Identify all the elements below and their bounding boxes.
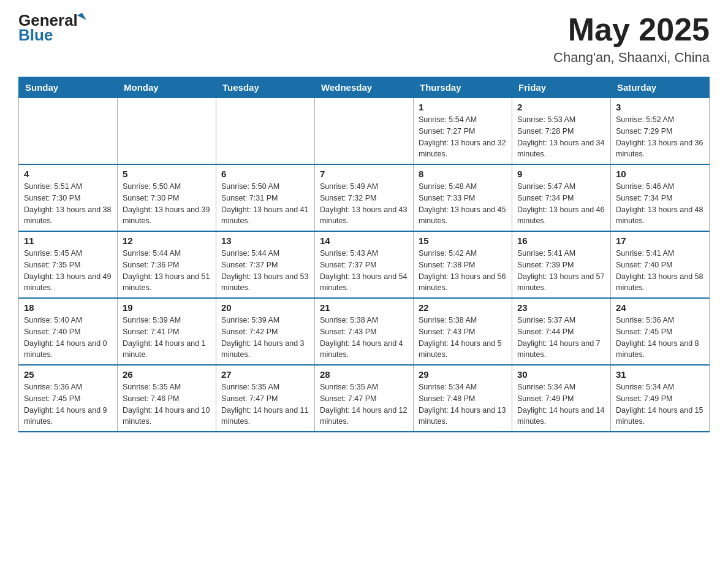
calendar-cell: 13Sunrise: 5:44 AMSunset: 7:37 PMDayligh… (216, 231, 315, 298)
calendar-cell: 22Sunrise: 5:38 AMSunset: 7:43 PMDayligh… (414, 298, 512, 365)
calendar-cell: 18Sunrise: 5:40 AMSunset: 7:40 PMDayligh… (19, 298, 118, 365)
day-info: Sunrise: 5:50 AMSunset: 7:31 PMDaylight:… (221, 181, 309, 227)
calendar-week-row: 18Sunrise: 5:40 AMSunset: 7:40 PMDayligh… (19, 298, 710, 365)
day-number: 24 (616, 302, 704, 313)
calendar-cell: 23Sunrise: 5:37 AMSunset: 7:44 PMDayligh… (512, 298, 611, 365)
day-info: Sunrise: 5:34 AMSunset: 7:49 PMDaylight:… (616, 381, 704, 427)
calendar-cell: 8Sunrise: 5:48 AMSunset: 7:33 PMDaylight… (414, 164, 512, 231)
day-number: 22 (419, 302, 507, 313)
day-info: Sunrise: 5:51 AMSunset: 7:30 PMDaylight:… (24, 181, 112, 227)
day-info: Sunrise: 5:42 AMSunset: 7:38 PMDaylight:… (419, 248, 507, 294)
logo-blue-text: Blue (18, 27, 53, 43)
calendar-week-row: 1Sunrise: 5:54 AMSunset: 7:27 PMDaylight… (19, 98, 710, 165)
calendar-cell (118, 98, 216, 165)
day-number: 17 (616, 236, 704, 246)
day-info: Sunrise: 5:36 AMSunset: 7:45 PMDaylight:… (616, 315, 704, 361)
calendar-cell: 30Sunrise: 5:34 AMSunset: 7:49 PMDayligh… (512, 365, 611, 432)
day-number: 28 (320, 369, 408, 380)
calendar-cell: 26Sunrise: 5:35 AMSunset: 7:46 PMDayligh… (118, 365, 216, 432)
day-info: Sunrise: 5:43 AMSunset: 7:37 PMDaylight:… (320, 248, 408, 294)
day-number: 8 (419, 169, 507, 179)
calendar-cell: 29Sunrise: 5:34 AMSunset: 7:48 PMDayligh… (414, 365, 512, 432)
day-info: Sunrise: 5:50 AMSunset: 7:30 PMDaylight:… (123, 181, 211, 227)
day-number: 16 (517, 236, 605, 246)
day-number: 4 (24, 169, 112, 179)
calendar-header-friday: Friday (512, 77, 611, 98)
calendar-cell (216, 98, 315, 165)
calendar-cell: 21Sunrise: 5:38 AMSunset: 7:43 PMDayligh… (315, 298, 414, 365)
calendar-cell: 9Sunrise: 5:47 AMSunset: 7:34 PMDaylight… (512, 164, 611, 231)
day-info: Sunrise: 5:35 AMSunset: 7:47 PMDaylight:… (320, 381, 408, 427)
calendar-cell: 28Sunrise: 5:35 AMSunset: 7:47 PMDayligh… (315, 365, 414, 432)
day-info: Sunrise: 5:44 AMSunset: 7:36 PMDaylight:… (123, 248, 211, 294)
calendar-cell: 14Sunrise: 5:43 AMSunset: 7:37 PMDayligh… (315, 231, 414, 298)
day-info: Sunrise: 5:39 AMSunset: 7:42 PMDaylight:… (221, 315, 309, 361)
calendar-cell: 2Sunrise: 5:53 AMSunset: 7:28 PMDaylight… (512, 98, 611, 165)
page-header: General Blue May 2025 Chang'an, Shaanxi,… (18, 12, 710, 66)
day-info: Sunrise: 5:35 AMSunset: 7:46 PMDaylight:… (123, 381, 211, 427)
day-info: Sunrise: 5:40 AMSunset: 7:40 PMDaylight:… (24, 315, 112, 361)
day-number: 7 (320, 169, 408, 179)
calendar-cell: 6Sunrise: 5:50 AMSunset: 7:31 PMDaylight… (216, 164, 315, 231)
day-info: Sunrise: 5:41 AMSunset: 7:40 PMDaylight:… (616, 248, 704, 294)
logo-arrow-icon (77, 13, 86, 23)
day-number: 19 (123, 302, 211, 313)
day-info: Sunrise: 5:38 AMSunset: 7:43 PMDaylight:… (419, 315, 507, 361)
day-number: 11 (24, 236, 112, 246)
title-block: May 2025 Chang'an, Shaanxi, China (553, 12, 710, 66)
calendar-cell: 1Sunrise: 5:54 AMSunset: 7:27 PMDaylight… (414, 98, 512, 165)
day-number: 29 (419, 369, 507, 380)
calendar-cell: 25Sunrise: 5:36 AMSunset: 7:45 PMDayligh… (19, 365, 118, 432)
day-info: Sunrise: 5:54 AMSunset: 7:27 PMDaylight:… (419, 114, 507, 160)
calendar-cell: 16Sunrise: 5:41 AMSunset: 7:39 PMDayligh… (512, 231, 611, 298)
day-info: Sunrise: 5:41 AMSunset: 7:39 PMDaylight:… (517, 248, 605, 294)
calendar-cell (19, 98, 118, 165)
calendar-header-row: SundayMondayTuesdayWednesdayThursdayFrid… (19, 77, 710, 98)
calendar-header-saturday: Saturday (611, 77, 710, 98)
calendar-header-monday: Monday (118, 77, 216, 98)
calendar-header-thursday: Thursday (414, 77, 512, 98)
calendar-cell: 3Sunrise: 5:52 AMSunset: 7:29 PMDaylight… (611, 98, 710, 165)
day-number: 9 (517, 169, 605, 179)
day-number: 20 (221, 302, 309, 313)
calendar-cell: 5Sunrise: 5:50 AMSunset: 7:30 PMDaylight… (118, 164, 216, 231)
day-info: Sunrise: 5:44 AMSunset: 7:37 PMDaylight:… (221, 248, 309, 294)
day-info: Sunrise: 5:53 AMSunset: 7:28 PMDaylight:… (517, 114, 605, 160)
day-info: Sunrise: 5:39 AMSunset: 7:41 PMDaylight:… (123, 315, 211, 361)
day-info: Sunrise: 5:34 AMSunset: 7:49 PMDaylight:… (517, 381, 605, 427)
calendar-week-row: 25Sunrise: 5:36 AMSunset: 7:45 PMDayligh… (19, 365, 710, 432)
day-number: 6 (221, 169, 309, 179)
day-info: Sunrise: 5:49 AMSunset: 7:32 PMDaylight:… (320, 181, 408, 227)
day-number: 14 (320, 236, 408, 246)
calendar-cell: 10Sunrise: 5:46 AMSunset: 7:34 PMDayligh… (611, 164, 710, 231)
logo: General Blue (18, 12, 85, 43)
calendar-cell: 17Sunrise: 5:41 AMSunset: 7:40 PMDayligh… (611, 231, 710, 298)
day-number: 27 (221, 369, 309, 380)
page-subtitle: Chang'an, Shaanxi, China (553, 50, 710, 66)
calendar-cell: 24Sunrise: 5:36 AMSunset: 7:45 PMDayligh… (611, 298, 710, 365)
calendar-cell: 11Sunrise: 5:45 AMSunset: 7:35 PMDayligh… (19, 231, 118, 298)
day-info: Sunrise: 5:35 AMSunset: 7:47 PMDaylight:… (221, 381, 309, 427)
calendar-header-sunday: Sunday (19, 77, 118, 98)
day-info: Sunrise: 5:36 AMSunset: 7:45 PMDaylight:… (24, 381, 112, 427)
day-number: 10 (616, 169, 704, 179)
calendar-week-row: 4Sunrise: 5:51 AMSunset: 7:30 PMDaylight… (19, 164, 710, 231)
day-number: 26 (123, 369, 211, 380)
day-number: 15 (419, 236, 507, 246)
day-info: Sunrise: 5:46 AMSunset: 7:34 PMDaylight:… (616, 181, 704, 227)
calendar-header-wednesday: Wednesday (315, 77, 414, 98)
calendar-table: SundayMondayTuesdayWednesdayThursdayFrid… (18, 77, 710, 432)
calendar-header-tuesday: Tuesday (216, 77, 315, 98)
day-info: Sunrise: 5:34 AMSunset: 7:48 PMDaylight:… (419, 381, 507, 427)
calendar-cell (315, 98, 414, 165)
calendar-cell: 27Sunrise: 5:35 AMSunset: 7:47 PMDayligh… (216, 365, 315, 432)
day-number: 25 (24, 369, 112, 380)
day-info: Sunrise: 5:52 AMSunset: 7:29 PMDaylight:… (616, 114, 704, 160)
day-number: 23 (517, 302, 605, 313)
day-number: 30 (517, 369, 605, 380)
calendar-cell: 4Sunrise: 5:51 AMSunset: 7:30 PMDaylight… (19, 164, 118, 231)
day-number: 12 (123, 236, 211, 246)
day-number: 18 (24, 302, 112, 313)
day-info: Sunrise: 5:45 AMSunset: 7:35 PMDaylight:… (24, 248, 112, 294)
day-number: 1 (419, 102, 507, 112)
